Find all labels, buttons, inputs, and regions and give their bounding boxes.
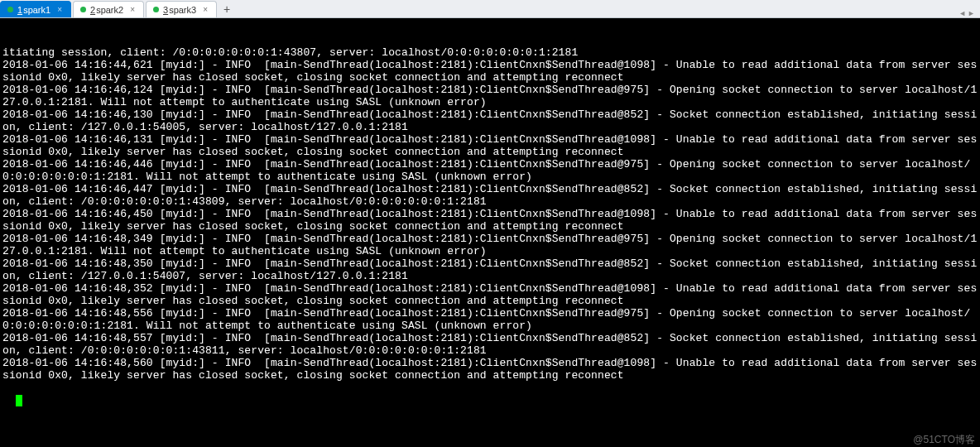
tab-hotkey: 2 bbox=[90, 5, 95, 15]
log-line: 2018-01-06 14:16:46,130 [myid:] - INFO [… bbox=[2, 108, 978, 133]
tab-label: spark3 bbox=[169, 5, 196, 15]
tab-nav-arrows[interactable]: ◄ ► bbox=[958, 9, 980, 17]
tab-spark2[interactable]: 2 spark2× bbox=[73, 1, 144, 17]
close-icon[interactable]: × bbox=[203, 5, 208, 14]
log-line: 2018-01-06 14:16:48,349 [myid:] - INFO [… bbox=[2, 233, 978, 257]
log-line: 2018-01-06 14:16:48,352 [myid:] - INFO [… bbox=[2, 282, 978, 307]
tab-nav-left-icon[interactable]: ◄ bbox=[958, 9, 966, 17]
log-line: 2018-01-06 14:16:46,124 [myid:] - INFO [… bbox=[2, 84, 978, 108]
close-icon[interactable]: × bbox=[130, 5, 135, 14]
log-line: 2018-01-06 14:16:48,557 [myid:] - INFO [… bbox=[2, 332, 978, 357]
tab-hotkey: 1 bbox=[17, 5, 22, 15]
tab-label: spark1 bbox=[23, 5, 50, 15]
tab-spark3[interactable]: 3 spark3× bbox=[146, 1, 217, 17]
watermark-text: @51CTO博客 bbox=[913, 434, 975, 446]
log-line: 2018-01-06 14:16:48,350 [myid:] - INFO [… bbox=[2, 257, 978, 282]
status-dot-icon bbox=[80, 7, 86, 12]
terminal-output[interactable]: itiating session, client: /0:0:0:0:0:0:0… bbox=[0, 18, 980, 447]
log-line: 2018-01-06 14:16:48,560 [myid:] - INFO [… bbox=[2, 357, 978, 382]
log-line: 2018-01-06 14:16:48,556 [myid:] - INFO [… bbox=[2, 307, 978, 332]
log-line: 2018-01-06 14:16:46,447 [myid:] - INFO [… bbox=[2, 183, 978, 208]
log-line: 2018-01-06 14:16:44,621 [myid:] - INFO [… bbox=[2, 59, 978, 84]
log-line: 2018-01-06 14:16:46,131 [myid:] - INFO [… bbox=[2, 133, 978, 158]
tab-hotkey: 3 bbox=[163, 5, 168, 15]
close-icon[interactable]: × bbox=[57, 5, 62, 14]
tab-label: spark2 bbox=[96, 5, 123, 15]
tab-bar: 1 spark1×2 spark2×3 spark3× + ◄ ► bbox=[0, 0, 980, 18]
log-line: 2018-01-06 14:16:46,450 [myid:] - INFO [… bbox=[2, 208, 978, 233]
terminal-cursor bbox=[16, 395, 22, 406]
add-tab-button[interactable]: + bbox=[219, 1, 235, 17]
tab-nav-right-icon[interactable]: ► bbox=[968, 9, 975, 17]
status-dot-icon bbox=[153, 7, 159, 12]
status-dot-icon bbox=[7, 7, 13, 12]
tab-spark1[interactable]: 1 spark1× bbox=[0, 1, 71, 17]
log-line: itiating session, client: /0:0:0:0:0:0:0… bbox=[2, 46, 978, 59]
log-line: 2018-01-06 14:16:46,446 [myid:] - INFO [… bbox=[2, 158, 978, 183]
